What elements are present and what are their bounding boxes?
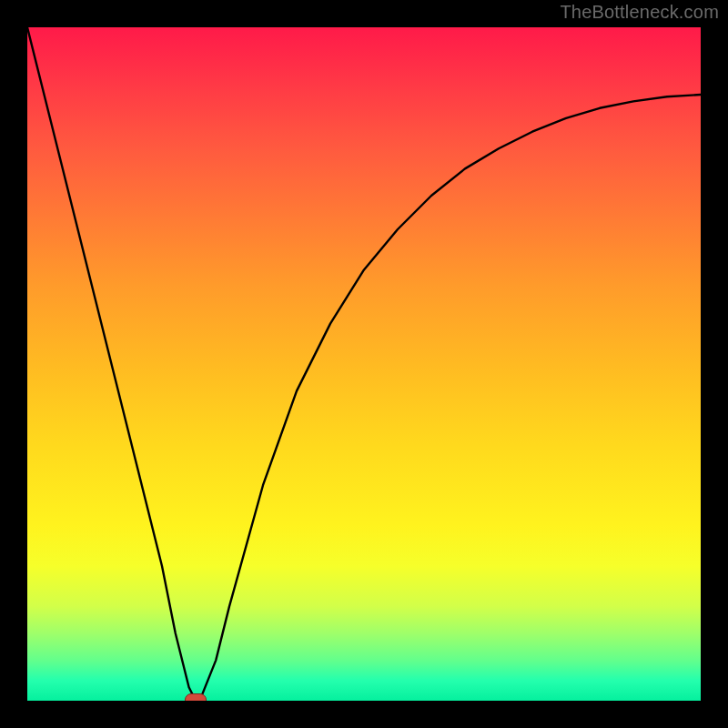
chart-frame: TheBottleneck.com — [0, 0, 728, 728]
plot-area — [27, 27, 701, 701]
minimum-marker — [185, 693, 207, 701]
bottleneck-curve — [27, 27, 701, 701]
curve-path — [27, 27, 701, 701]
watermark-text: TheBottleneck.com — [560, 2, 719, 23]
